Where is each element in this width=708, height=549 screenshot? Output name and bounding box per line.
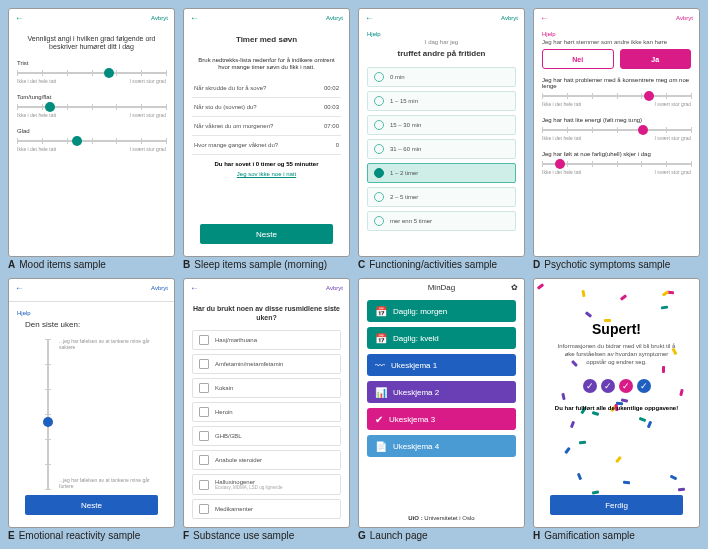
launch-tile[interactable]: 📄Ukeskjema 4 (367, 435, 516, 457)
back-icon[interactable]: ← (540, 13, 549, 23)
radio-icon (374, 144, 384, 154)
vertical-slider[interactable]: ...jeg har følelsen av at tankene mine g… (47, 339, 146, 489)
checkbox-icon (199, 407, 209, 417)
panel-c: ← Avbryt Hjelp I dag har jeg truffet and… (358, 8, 525, 270)
tile-icon: 📄 (375, 441, 387, 452)
checkbox-option[interactable]: Amfetamin/metamfetamin (192, 354, 341, 374)
radio-icon (374, 192, 384, 202)
checkbox-option[interactable]: Heroin (192, 402, 341, 422)
cancel-button[interactable]: Avbryt (326, 285, 343, 291)
checkbox-option[interactable]: Kokain (192, 378, 341, 398)
slider-track[interactable] (542, 129, 691, 131)
back-icon[interactable]: ← (190, 13, 199, 23)
help-link[interactable]: Hjelp (17, 310, 166, 316)
next-button[interactable]: Neste (200, 224, 333, 244)
slider-thumb[interactable] (555, 159, 565, 169)
sleep-row[interactable]: Når våknet du om morgenen?07:00 (192, 117, 341, 136)
sleep-row[interactable]: Hvor mange ganger våknet du?0 (192, 136, 341, 155)
launch-tile[interactable]: 〰Ukeskjema 1 (367, 354, 516, 376)
slider-thumb[interactable] (104, 68, 114, 78)
no-button[interactable]: Nei (542, 49, 614, 69)
no-sleep-link[interactable]: Jeg sov ikke noe i natt (192, 171, 341, 177)
slider-track[interactable] (542, 95, 691, 97)
back-icon[interactable]: ← (190, 283, 199, 293)
panel-a: ← Avbryt Vennligst angi i hvilken grad f… (8, 8, 175, 270)
panel-f: ← Avbryt Har du brukt noen av disse rusm… (183, 278, 350, 541)
slider-thumb[interactable] (43, 417, 53, 427)
figure-grid: ← Avbryt Vennligst angi i hvilken grad f… (0, 0, 708, 549)
sleep-row[interactable]: Når skrudde du for å sove?00:02 (192, 79, 341, 98)
next-button[interactable]: Neste (25, 495, 158, 515)
launch-tile[interactable]: 📊Ukeskjema 2 (367, 381, 516, 403)
app-title: MinDag (428, 283, 456, 292)
radio-icon (374, 120, 384, 130)
checkbox-option[interactable]: HallusinogenerEcstasy, MDMA, LSD og lign… (192, 474, 341, 495)
panel-h: Supert! Informasjonen du bidrar med vil … (533, 278, 700, 541)
radio-option[interactable]: mer enn 5 timer (367, 211, 516, 231)
checkbox-icon (199, 480, 209, 490)
radio-icon (374, 72, 384, 82)
yes-button[interactable]: Ja (620, 49, 692, 69)
slider-track[interactable] (17, 72, 166, 74)
slider-label: Jeg har følt at noe farlig(uhell) skjer … (542, 151, 691, 157)
check-badge: ✓ (601, 379, 615, 393)
radio-option[interactable]: 1 – 2 timer (367, 163, 516, 183)
slider-label: Trist (17, 60, 166, 66)
back-icon[interactable]: ← (15, 13, 24, 23)
checkbox-icon (199, 455, 209, 465)
slider-thumb[interactable] (45, 102, 55, 112)
checkbox-option[interactable]: GHB/GBL (192, 426, 341, 446)
gear-icon[interactable]: ✿ (511, 283, 518, 292)
panel-g: MinDag ✿ 📅Daglig: morgen📅Daglig: kveld〰U… (358, 278, 525, 541)
back-icon[interactable]: ← (15, 283, 24, 293)
checkbox-icon (199, 335, 209, 345)
radio-option[interactable]: 2 – 5 timer (367, 187, 516, 207)
launch-tile[interactable]: ✔Ukeskjema 3 (367, 408, 516, 430)
radio-option[interactable]: 1 – 15 min (367, 91, 516, 111)
help-link[interactable]: Hjelp (542, 31, 691, 37)
cancel-button[interactable]: Avbryt (151, 285, 168, 291)
launch-tile[interactable]: 📅Daglig: morgen (367, 300, 516, 322)
slider-thumb[interactable] (638, 125, 648, 135)
slider-label: Jeg har hatt lite energi (følt meg tung) (542, 117, 691, 123)
radio-option[interactable]: 31 – 60 min (367, 139, 516, 159)
slider-label: Tom/tung/flat (17, 94, 166, 100)
footer-logo: UiO : Universitetet i Oslo (359, 515, 524, 527)
tile-icon: 📊 (375, 387, 387, 398)
slider-thumb[interactable] (644, 91, 654, 101)
checkbox-icon (199, 504, 209, 514)
slider-label: Jeg har hatt problemer med å konsentrere… (542, 77, 691, 89)
check-badge: ✓ (583, 379, 597, 393)
prompt-text: Vennligst angi i hvilken grad følgende o… (17, 35, 166, 52)
slider-track[interactable] (17, 140, 166, 142)
radio-option[interactable]: 15 – 30 min (367, 115, 516, 135)
radio-option[interactable]: 0 min (367, 67, 516, 87)
cancel-button[interactable]: Avbryt (676, 15, 693, 21)
sleep-row[interactable]: Når sto du (sovnet) du?00:03 (192, 98, 341, 117)
checkbox-option[interactable]: Hasj/marihuana (192, 330, 341, 350)
panel-e: ← Avbryt Hjelp Den siste uken: ...jeg ha… (8, 278, 175, 541)
slider-track[interactable] (542, 163, 691, 165)
cancel-button[interactable]: Avbryt (151, 15, 168, 21)
done-button[interactable]: Ferdig (550, 495, 683, 515)
sleep-summary: Du har sovet i 0 timer og 55 minutter (192, 161, 341, 167)
help-link[interactable]: Hjelp (367, 31, 516, 37)
back-icon[interactable]: ← (365, 13, 374, 23)
slider-thumb[interactable] (72, 136, 82, 146)
cancel-button[interactable]: Avbryt (326, 15, 343, 21)
tile-icon: 〰 (375, 360, 385, 371)
checkbox-icon (199, 383, 209, 393)
checkbox-option[interactable]: Anabole steroider (192, 450, 341, 470)
panel-b: ← Avbryt Timer med søvn Bruk nedtrekks-l… (183, 8, 350, 270)
cancel-button[interactable]: Avbryt (501, 15, 518, 21)
panel-d: ← Avbryt Hjelp Jeg har hørt stemmer som … (533, 8, 700, 270)
checkbox-option[interactable]: Medikamenter (192, 499, 341, 519)
radio-icon (374, 168, 384, 178)
check-badge: ✓ (637, 379, 651, 393)
checkbox-icon (199, 431, 209, 441)
slider-track[interactable] (17, 106, 166, 108)
launch-tile[interactable]: 📅Daglig: kveld (367, 327, 516, 349)
tile-icon: 📅 (375, 306, 387, 317)
page-title: Timer med søvn (192, 35, 341, 45)
checkbox-icon (199, 359, 209, 369)
